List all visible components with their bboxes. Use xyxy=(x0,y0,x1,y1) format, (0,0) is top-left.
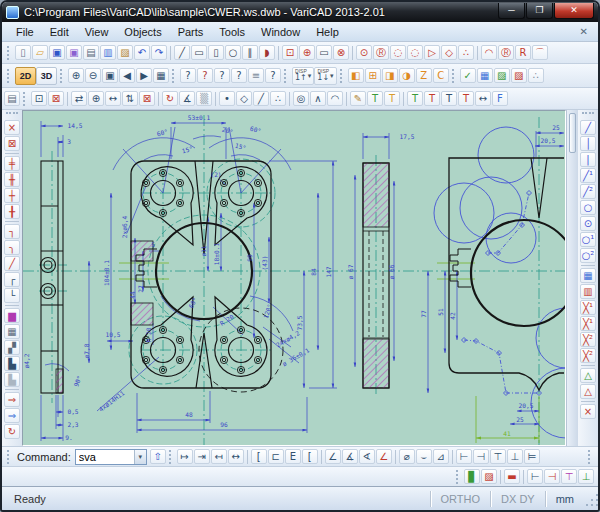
resize-grip[interactable] xyxy=(584,490,598,508)
toolbar-grip[interactable] xyxy=(60,69,65,83)
dim-line-1-icon[interactable]: ╱¹ xyxy=(580,168,596,183)
toolbar-grip[interactable] xyxy=(7,46,12,60)
menu-tools[interactable]: Tools xyxy=(211,24,253,40)
dim-vertical-icon[interactable]: [ xyxy=(251,449,267,464)
cross-2b-icon[interactable]: ╳² xyxy=(580,348,596,363)
view-3d-button[interactable]: 3D xyxy=(36,67,57,85)
circle-center-icon[interactable]: ⊙ xyxy=(356,45,372,60)
dim-tolerance-icon[interactable]: ⊤ xyxy=(490,449,506,464)
draw-ellipse-icon[interactable]: ◎ xyxy=(293,91,309,106)
zoom-all-icon[interactable]: ▦ xyxy=(153,68,169,83)
table-a-icon[interactable]: ▦ xyxy=(580,268,596,283)
draw-rectangle-icon[interactable]: ▭ xyxy=(191,45,207,60)
vertical-scrollbar[interactable] xyxy=(566,110,578,446)
delete-selected-icon[interactable]: ⊠ xyxy=(139,91,155,106)
draw-diamond-icon[interactable]: ◇ xyxy=(236,91,252,106)
cross-1b-icon[interactable]: ╳¹ xyxy=(580,316,596,331)
toolbar-grip[interactable] xyxy=(7,450,12,464)
toolbar-grip[interactable] xyxy=(7,69,12,83)
dim-horizontal-icon[interactable]: ↦ xyxy=(177,449,193,464)
query-point-icon[interactable]: ? xyxy=(180,68,196,83)
zoom-in-icon[interactable]: ⊕ xyxy=(68,68,84,83)
dim-vertical-chain-icon[interactable]: ⊏ xyxy=(268,449,284,464)
save-file-icon[interactable]: ▣ xyxy=(49,45,65,60)
toolbar-grip[interactable] xyxy=(582,112,594,117)
redo-icon[interactable]: ↷ xyxy=(151,45,167,60)
circle-center-cross-icon[interactable]: ⊗ xyxy=(333,45,349,60)
plot-icon[interactable]: ⇧ xyxy=(150,449,166,464)
stop-icon[interactable]: ▬ xyxy=(504,469,520,484)
query-perimeter-icon[interactable]: ? xyxy=(231,68,247,83)
toolbar-grip[interactable] xyxy=(588,450,593,464)
solid-cut-icon[interactable]: ◨ xyxy=(382,68,398,83)
stretch-icon[interactable]: ↔ xyxy=(105,91,121,106)
bring-front-icon[interactable]: ⇒ xyxy=(4,392,20,407)
chevron-down-icon[interactable]: ▾ xyxy=(330,72,334,80)
copy-move-icon[interactable]: ⊕ xyxy=(88,91,104,106)
menu-parts[interactable]: Parts xyxy=(170,24,212,40)
arc-3-points-icon[interactable]: R xyxy=(515,45,531,60)
zoom-out-icon[interactable]: ⊖ xyxy=(85,68,101,83)
units-indicator[interactable]: mm xyxy=(545,491,584,507)
close-button[interactable]: ✕ xyxy=(554,3,594,19)
assoc-dim-4-icon[interactable]: ⊥ xyxy=(578,469,594,484)
layer-down-button[interactable]: DISP1↓ ▾ xyxy=(314,67,336,85)
chevron-down-icon[interactable]: ▾ xyxy=(308,72,312,80)
toolbar-grip[interactable] xyxy=(172,69,177,83)
zoom-previous-icon[interactable]: ◀ xyxy=(119,68,135,83)
brush-attributes-icon[interactable]: ▞ xyxy=(4,340,20,355)
print-icon[interactable]: ▤ xyxy=(83,45,99,60)
hatch-edit-icon[interactable]: ▨ xyxy=(511,68,527,83)
draw-polyline-icon[interactable]: ∧ xyxy=(310,91,326,106)
dim-circle-2-icon[interactable]: ○² xyxy=(580,248,596,263)
toolbar-grip[interactable] xyxy=(340,69,345,83)
trim-one-icon[interactable]: ┼ xyxy=(4,188,20,203)
drawing-canvas[interactable]: 14,5353±0.120°60°15°60°15°(2)17,52520,52… xyxy=(23,111,565,451)
purge-icon[interactable]: ⊠ xyxy=(4,136,20,151)
dim-circle-1-icon[interactable]: ○¹ xyxy=(580,232,596,247)
stamp-icon[interactable]: ▙ xyxy=(4,356,20,371)
dim-vertical-baseline-icon[interactable]: E xyxy=(285,449,301,464)
toolbar-grip[interactable] xyxy=(23,92,28,106)
draw-circle-icon[interactable]: ○ xyxy=(225,45,241,60)
extend-icon[interactable]: ╂ xyxy=(4,204,20,219)
solid-cylinder-icon[interactable]: ◑ xyxy=(399,68,415,83)
point-grid-icon[interactable]: ∴ xyxy=(528,68,544,83)
dim-arc-length-icon[interactable]: ⌣ xyxy=(416,449,432,464)
corner-join-icon[interactable]: ┌ xyxy=(4,272,20,287)
dim-circle-b-icon[interactable]: ⊙ xyxy=(580,216,596,231)
solid-sweep-icon[interactable]: Z xyxy=(416,68,432,83)
dim-angle-3pt-icon[interactable]: ∡ xyxy=(342,449,358,464)
fillet-icon[interactable]: ╮ xyxy=(4,240,20,255)
dim-radius-icon[interactable]: ⊢ xyxy=(456,449,472,464)
undo-icon[interactable]: ↶ xyxy=(134,45,150,60)
attributes-pen-icon[interactable]: ▆ xyxy=(4,308,20,323)
cross-2a-icon[interactable]: ╳² xyxy=(580,332,596,347)
query-area-icon[interactable]: ? xyxy=(265,68,281,83)
circle-2-points-icon[interactable]: ◌ xyxy=(390,45,406,60)
menu-file[interactable]: File xyxy=(8,24,42,40)
surface-symbol-icon[interactable]: △ xyxy=(580,368,596,383)
paste-icon[interactable]: ▨ xyxy=(117,45,133,60)
select-icon[interactable]: ⊡ xyxy=(31,91,47,106)
text-height-icon[interactable]: T xyxy=(458,91,474,106)
polygon-icon[interactable]: ◇ xyxy=(441,45,457,60)
menu-edit[interactable]: Edit xyxy=(42,24,77,40)
dim-update-icon[interactable]: ▨ xyxy=(481,469,497,484)
point-crosshair-icon[interactable]: ⊕ xyxy=(299,45,315,60)
corner-trim-icon[interactable]: ┐ xyxy=(4,224,20,239)
dim-leader-icon[interactable]: ⊿ xyxy=(433,449,449,464)
arc-center-icon[interactable]: ◠ xyxy=(481,45,497,60)
dim-chain-edit-icon[interactable]: ⊨ xyxy=(524,449,540,464)
cross-1a-icon[interactable]: ╳¹ xyxy=(580,300,596,315)
print-preview-icon[interactable]: ▤ xyxy=(4,91,20,106)
zoom-window-icon[interactable]: ▣ xyxy=(102,68,118,83)
document-close-icon[interactable]: ✕ xyxy=(580,26,592,37)
copy-icon[interactable]: ▥ xyxy=(100,45,116,60)
dxdy-toggle[interactable]: DX DY xyxy=(490,491,545,507)
move-icon[interactable]: ⇄ xyxy=(71,91,87,106)
query-list-icon[interactable]: ≡ xyxy=(248,68,264,83)
send-back-icon[interactable]: ⇒ xyxy=(4,408,20,423)
cancel-snap-icon[interactable]: × xyxy=(580,404,596,419)
text-align-icon[interactable]: T xyxy=(407,91,423,106)
